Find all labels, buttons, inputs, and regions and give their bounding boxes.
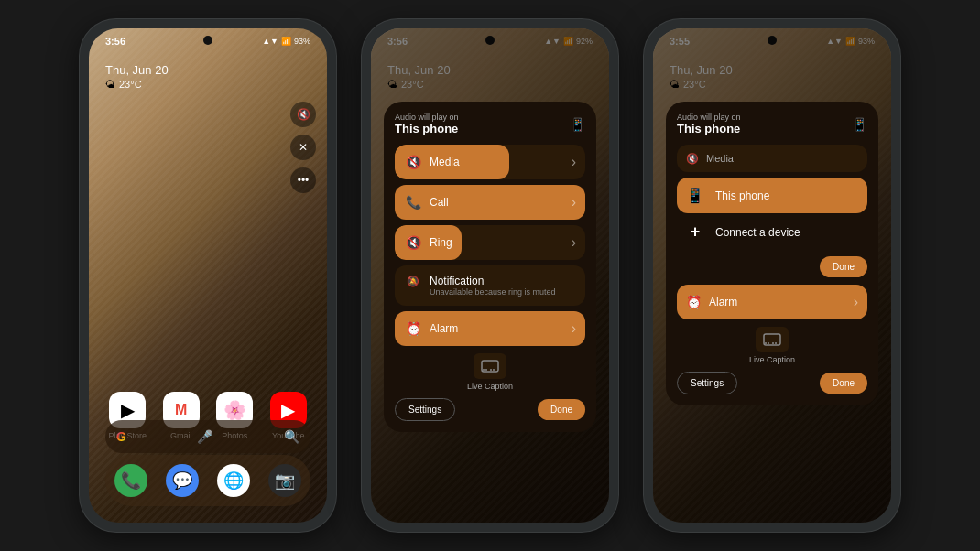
- media-slider[interactable]: 🔇 Media ›: [395, 145, 585, 179]
- audio-plays-on-label: Audio will play on: [395, 113, 459, 122]
- date-widget-1: Thu, Jun 20 🌤 23°C: [105, 63, 169, 90]
- panel-footer-3: Settings Done: [677, 372, 867, 394]
- this-phone-label: This phone: [715, 189, 860, 202]
- weather-icon-1: 🌤: [105, 79, 115, 90]
- mute-icon-1: 🔇: [297, 108, 310, 121]
- phone-1-screen: 3:56 ▲▼ 📶 93% Thu, Jun 20 🌤 23°C 🔇 ✕: [89, 28, 327, 523]
- phone-3-screen: 3:55 ▲▼ 📶 93% Thu, Jun 20 🌤 23°C Audio w…: [653, 28, 891, 523]
- media-mute-icon: 🔇: [404, 155, 422, 169]
- alarm-label-2: Alarm: [430, 322, 572, 335]
- gmail-icon: M: [175, 402, 187, 418]
- phone-2-screen: 3:56 ▲▼ 📶 92% Thu, Jun 20 🌤 23°C Audio w…: [371, 28, 609, 523]
- done-button-2[interactable]: Done: [538, 399, 585, 420]
- play-store-icon: ▶: [121, 399, 135, 421]
- call-label: Call: [430, 196, 572, 209]
- device-item-this-phone[interactable]: 📱 This phone: [677, 178, 867, 213]
- notif-mute-icon: 🔕: [404, 276, 422, 287]
- media-row-partial[interactable]: 🔇 Media: [677, 145, 867, 172]
- live-caption-icon-3: [756, 327, 789, 352]
- media-partial-label: Media: [706, 153, 734, 164]
- media-label: Media: [430, 156, 572, 168]
- google-g-icon: G: [116, 429, 126, 444]
- signal-icon-1: ▲▼: [262, 37, 278, 46]
- notif-label: Notification: [430, 275, 576, 287]
- ring-dot: ›: [572, 234, 576, 251]
- mute-icon-circle-1[interactable]: 🔇: [290, 102, 316, 127]
- audio-header-3: Audio will play on This phone 📱: [677, 113, 867, 135]
- done-button-3[interactable]: Done: [820, 256, 867, 277]
- device-list-card: Audio will play on This phone 📱 🔇 Media …: [666, 102, 878, 405]
- alarm-dot: ›: [572, 320, 576, 337]
- ring-label: Ring: [430, 236, 572, 249]
- search-bar-1[interactable]: G 🎤 🔍: [105, 420, 310, 453]
- phone-3-shell: 3:55 ▲▼ 📶 93% Thu, Jun 20 🌤 23°C Audio w…: [644, 19, 900, 532]
- live-caption-label-3: Live Caption: [749, 355, 795, 364]
- alarm-icon-3: ⏰: [686, 295, 702, 309]
- messages-icon-dock: 💬: [172, 470, 192, 491]
- alarm-label-3: Alarm: [709, 296, 737, 308]
- done-button-3b[interactable]: Done: [820, 373, 867, 394]
- photos-icon: 🌸: [223, 399, 246, 421]
- audio-device-label: This phone: [395, 122, 459, 135]
- dock-phone[interactable]: 📞: [114, 464, 147, 497]
- device-item-connect[interactable]: + Connect a device: [677, 213, 867, 251]
- call-slider[interactable]: 📞 Call ›: [395, 185, 585, 220]
- time-1: 3:56: [105, 36, 125, 47]
- rotation-icon-circle-1[interactable]: ✕: [290, 135, 316, 160]
- live-caption-label: Live Caption: [467, 382, 513, 391]
- connect-device-label: Connect a device: [715, 226, 860, 239]
- done-row-3: Done: [677, 256, 867, 277]
- phone-screen-icon: 📱: [570, 117, 585, 132]
- alarm-icon-2: ⏰: [404, 321, 422, 336]
- alarm-dot-3: ›: [854, 294, 858, 310]
- ring-mute-icon: 🔇: [404, 235, 422, 250]
- phone-icon-dock: 📞: [121, 470, 141, 491]
- battery-icon-1: 93%: [294, 37, 310, 46]
- youtube-icon: ▶: [281, 399, 295, 421]
- side-icons-1: 🔇 ✕ •••: [290, 102, 316, 193]
- status-icons-1: ▲▼ 📶 93%: [262, 37, 310, 46]
- connect-plus-icon: +: [684, 222, 706, 242]
- temp-text-1: 23°C: [119, 79, 142, 90]
- settings-button-2[interactable]: Settings: [395, 398, 455, 421]
- panel-footer-2: Settings Done: [395, 398, 585, 421]
- temp-row-1: 🌤 23°C: [105, 79, 169, 90]
- audio-device-3: This phone: [677, 122, 741, 135]
- alarm-row-3[interactable]: ⏰ Alarm ›: [677, 285, 867, 319]
- lens-icon-1[interactable]: 🔍: [284, 429, 299, 444]
- more-icon-circle-1[interactable]: •••: [290, 167, 316, 193]
- this-phone-icon: 📱: [684, 187, 706, 204]
- audio-plays-on-3: Audio will play on: [677, 113, 741, 122]
- media-partial-icon: 🔇: [686, 153, 699, 165]
- live-caption-2[interactable]: Live Caption: [395, 353, 585, 391]
- phone-icon-3: 📱: [852, 117, 867, 132]
- live-caption-3[interactable]: Live Caption: [677, 327, 867, 364]
- app-dock-1: 📞 💬 🌐 📷: [105, 455, 310, 506]
- notif-sub-label: Unavailable because ring is muted: [404, 287, 556, 297]
- notification-slider[interactable]: 🔕 Notification Unavailable because ring …: [395, 265, 585, 306]
- settings-button-3[interactable]: Settings: [677, 372, 737, 394]
- ring-slider[interactable]: 🔇 Ring ›: [395, 225, 585, 260]
- date-text-1: Thu, Jun 20: [105, 63, 169, 77]
- call-dot: ›: [572, 194, 576, 211]
- audio-header-left-3: Audio will play on This phone: [677, 113, 741, 135]
- more-icon-1: •••: [298, 174, 310, 187]
- dock-camera[interactable]: 📷: [268, 464, 301, 497]
- audio-header-2: Audio will play on This phone 📱: [395, 113, 585, 135]
- rotation-icon-1: ✕: [299, 141, 308, 154]
- audio-card-2: Audio will play on This phone 📱 🔇 Media …: [384, 102, 596, 432]
- camera-icon-dock: 📷: [275, 470, 295, 491]
- call-icon: 📞: [404, 195, 422, 210]
- mic-icon-1[interactable]: 🎤: [197, 429, 212, 444]
- phone-1-shell: 3:56 ▲▼ 📶 93% Thu, Jun 20 🌤 23°C 🔇 ✕: [80, 19, 336, 532]
- camera-notch-1: [203, 36, 212, 45]
- live-caption-icon: [474, 353, 506, 379]
- wifi-icon-1: 📶: [281, 37, 291, 46]
- media-dot: ›: [572, 154, 576, 170]
- phone-2-shell: 3:56 ▲▼ 📶 92% Thu, Jun 20 🌤 23°C Audio w…: [362, 19, 618, 532]
- dock-messages[interactable]: 💬: [166, 464, 199, 497]
- chrome-icon-dock: 🌐: [223, 470, 244, 491]
- audio-header-left: Audio will play on This phone: [395, 113, 459, 135]
- alarm-slider[interactable]: ⏰ Alarm ›: [395, 311, 585, 346]
- dock-chrome[interactable]: 🌐: [217, 464, 250, 497]
